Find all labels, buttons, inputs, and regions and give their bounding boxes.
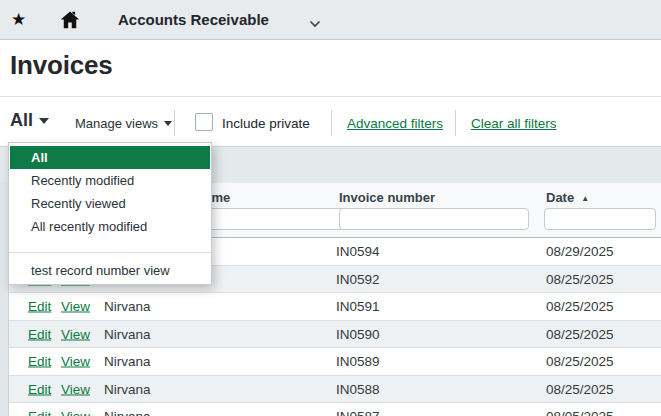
section-divider [0,96,661,97]
row-edit-link[interactable]: Edit [28,299,51,314]
cell-date: 08/25/2025 [546,271,614,286]
cell-date: 08/05/2025 [546,409,614,416]
cell-customer-name: Nirvana [104,381,151,396]
date-filter-input[interactable] [544,208,656,230]
cell-invoice-number: IN0590 [336,326,380,341]
manage-views-button[interactable]: Manage views [75,116,172,131]
cell-date: 08/29/2025 [546,244,614,259]
dropdown-item-recently-viewed[interactable]: Recently viewed [9,192,211,215]
row-view-link[interactable]: View [61,381,90,396]
cell-date: 08/25/2025 [546,299,614,314]
cell-date: 08/25/2025 [546,381,614,396]
cell-customer-name: Nirvana [104,326,151,341]
include-private-checkbox[interactable] [195,113,213,131]
home-icon[interactable] [59,9,81,31]
dropdown-spacer [9,238,211,252]
row-edit-link[interactable]: Edit [28,409,51,416]
view-selector-button[interactable]: All [10,110,49,131]
advanced-filters-link[interactable]: Advanced filters [347,116,443,131]
row-view-link[interactable]: View [61,409,90,416]
filterbar-divider [174,110,175,136]
dropdown-item-all-recently-modified[interactable]: All recently modified [9,215,211,238]
chevron-down-icon [164,121,172,126]
column-header-date[interactable]: Date▲ [546,190,589,205]
left-gutter [0,183,8,416]
row-edit-link[interactable]: Edit [28,354,51,369]
chevron-down-icon [39,118,49,124]
top-navigation-bar: ★ Accounts Receivable [0,0,661,40]
table-row: Edit View Nirvana IN0589 08/25/2025 [9,348,661,376]
column-header-invoice-number[interactable]: Invoice number [339,190,435,205]
cell-date: 08/25/2025 [546,354,614,369]
cell-invoice-number: IN0589 [336,354,380,369]
table-row: Edit View Nirvana IN0590 08/25/2025 [9,321,661,349]
cell-customer-name: Nirvana [104,354,151,369]
cell-customer-name: Nirvana [104,409,151,416]
dropdown-item-recently-modified[interactable]: Recently modified [9,169,211,192]
filterbar-divider [455,110,456,136]
dropdown-item-all[interactable]: All [10,146,210,169]
invoice-number-filter-input[interactable] [339,208,529,230]
sort-ascending-icon: ▲ [581,194,589,203]
cell-customer-name: Nirvana [104,299,151,314]
row-edit-link[interactable]: Edit [28,381,51,396]
row-view-link[interactable]: View [61,299,90,314]
include-private-label: Include private [222,116,310,131]
row-edit-link[interactable]: Edit [28,326,51,341]
cell-invoice-number: IN0594 [336,244,380,259]
app-nav-title[interactable]: Accounts Receivable [118,11,269,28]
table-row: Edit View Nirvana IN0591 08/25/2025 [9,293,661,321]
favorites-star-icon[interactable]: ★ [11,9,26,31]
table-row: Edit View Nirvana IN0588 08/25/2025 [9,376,661,404]
page-title: Invoices [10,50,112,81]
table-row: Edit View Nirvana IN0587 08/05/2025 [9,403,661,416]
view-selector-dropdown-menu: All Recently modified Recently viewed Al… [8,142,212,285]
cell-date: 08/25/2025 [546,326,614,341]
dropdown-item-test-record-number-view[interactable]: test record number view [9,259,211,282]
cell-invoice-number: IN0592 [336,271,380,286]
cell-invoice-number: IN0591 [336,299,380,314]
invoices-list-page: ★ Accounts Receivable Invoices All Manag… [0,0,661,416]
clear-all-filters-link[interactable]: Clear all filters [471,116,557,131]
nav-chevron-down-icon[interactable] [309,15,321,25]
cell-invoice-number: IN0588 [336,381,380,396]
cell-invoice-number: IN0587 [336,409,380,416]
filterbar-divider [331,110,332,136]
row-view-link[interactable]: View [61,326,90,341]
row-view-link[interactable]: View [61,354,90,369]
